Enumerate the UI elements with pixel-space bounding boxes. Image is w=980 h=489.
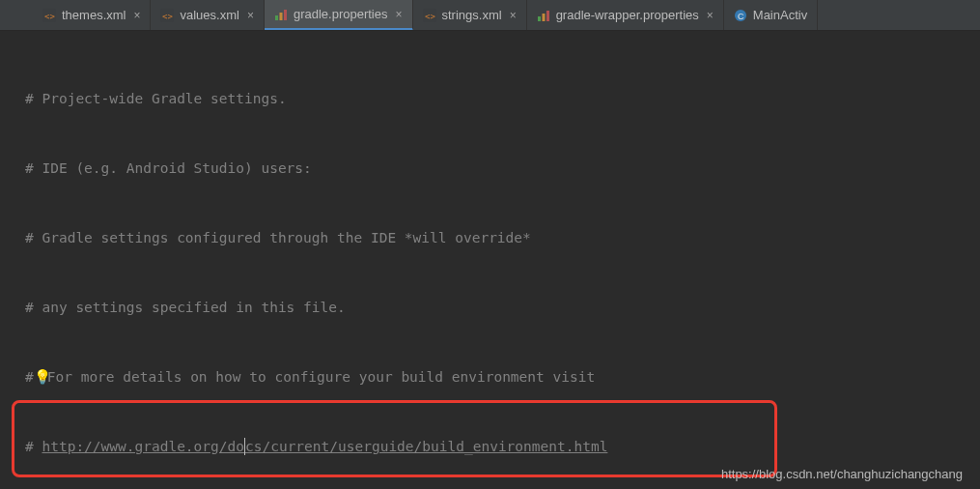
- svg-rect-9: [538, 16, 541, 21]
- code-editor[interactable]: # Project-wide Gradle settings. # IDE (e…: [0, 31, 980, 489]
- svg-text:<>: <>: [425, 12, 435, 21]
- close-icon[interactable]: ×: [510, 9, 517, 22]
- code-link[interactable]: http://www.gradle.org/do: [42, 435, 244, 458]
- properties-file-icon: [537, 9, 550, 22]
- xml-file-icon: <>: [160, 9, 174, 22]
- svg-rect-5: [279, 13, 282, 20]
- close-icon[interactable]: ×: [707, 9, 714, 22]
- code-link[interactable]: cs/current/userguide/build_environment.h…: [245, 435, 607, 458]
- svg-rect-6: [284, 10, 287, 20]
- xml-file-icon: <>: [42, 9, 56, 22]
- tab-label: strings.xml: [442, 8, 502, 22]
- svg-text:C: C: [738, 12, 744, 21]
- tab-label: gradle.properties: [294, 7, 388, 21]
- tab-label: themes.xml: [62, 8, 126, 22]
- close-icon[interactable]: ×: [133, 9, 140, 22]
- tab-main-activity[interactable]: C MainActiv: [724, 0, 818, 30]
- xml-file-icon: <>: [423, 9, 436, 22]
- code-comment: #: [25, 365, 34, 388]
- tab-gradle-wrapper-properties[interactable]: gradle-wrapper.properties ×: [527, 0, 724, 30]
- svg-rect-10: [542, 14, 545, 21]
- svg-text:<>: <>: [162, 12, 173, 21]
- code-comment: #: [25, 435, 42, 458]
- tab-label: values.xml: [180, 8, 238, 22]
- code-comment: # any settings specified in this file.: [25, 296, 346, 319]
- tab-strings-xml[interactable]: <> strings.xml ×: [413, 0, 527, 30]
- code-comment: # Project-wide Gradle settings.: [25, 87, 287, 110]
- svg-rect-11: [546, 11, 549, 21]
- svg-rect-4: [275, 15, 278, 20]
- code-comment: # Gradle settings configured through the…: [25, 226, 531, 249]
- class-file-icon: C: [734, 9, 747, 22]
- tab-label: gradle-wrapper.properties: [556, 8, 699, 22]
- code-comment: For more details on how to configure you…: [47, 365, 595, 388]
- tab-bar: <> themes.xml × <> values.xml × gradle.p…: [0, 0, 980, 31]
- tab-gradle-properties[interactable]: gradle.properties ×: [265, 0, 413, 31]
- svg-text:<>: <>: [44, 12, 55, 21]
- tab-label: MainActiv: [753, 8, 807, 22]
- code-comment: # IDE (e.g. Android Studio) users:: [25, 157, 312, 180]
- close-icon[interactable]: ×: [395, 8, 402, 21]
- tabbar-spacer: [0, 0, 33, 30]
- close-icon[interactable]: ×: [247, 9, 254, 22]
- tab-themes-xml[interactable]: <> themes.xml ×: [33, 0, 151, 30]
- tab-values-xml[interactable]: <> values.xml ×: [151, 0, 264, 30]
- properties-file-icon: [274, 8, 288, 21]
- bulb-icon[interactable]: 💡: [34, 365, 47, 388]
